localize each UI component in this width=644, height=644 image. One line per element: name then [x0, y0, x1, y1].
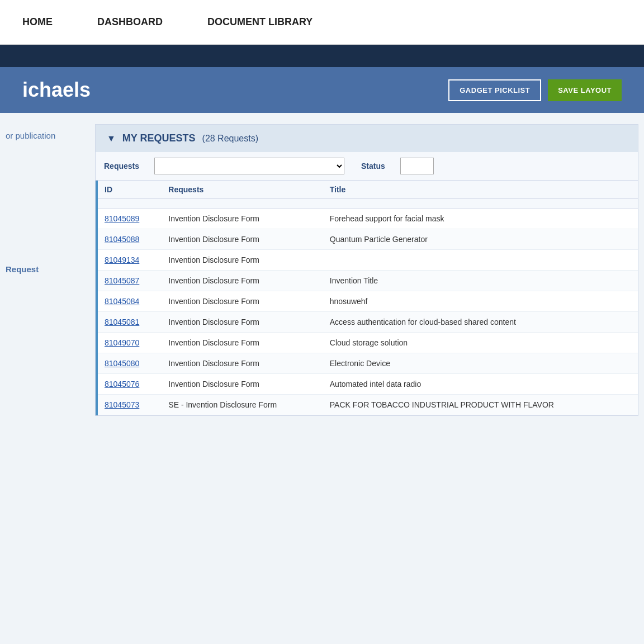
cell-requests: Invention Disclosure Form	[162, 271, 323, 291]
request-id-link[interactable]: 81045073	[105, 400, 139, 409]
cell-requests: Invention Disclosure Form	[162, 312, 323, 333]
cell-id: 81049134	[98, 250, 162, 271]
table-row: 81045088Invention Disclosure FormQuantum…	[98, 229, 638, 250]
nav-document-library[interactable]: DOCUMENT LIBRARY	[207, 16, 312, 28]
col-header-id: ID	[98, 181, 162, 199]
cell-id: 81045081	[98, 312, 162, 333]
header-buttons: GADGET PICKLIST SAVE LAYOUT	[448, 79, 622, 101]
cell-id: 81045088	[98, 229, 162, 250]
main-content: or publication Request ▼ MY REQUESTS (28…	[0, 113, 644, 427]
table-row: 81045089Invention Disclosure FormForehea…	[98, 209, 638, 229]
sidebar-request-link[interactable]: Request	[6, 264, 39, 274]
sidebar-request-section: Request	[0, 264, 95, 274]
col-filter-requests	[162, 199, 323, 209]
cell-title: Electronic Device	[323, 353, 638, 374]
table-row: 81045087Invention Disclosure FormInventi…	[98, 271, 638, 291]
sidebar-publication-text: or publication	[6, 131, 55, 140]
nav-dashboard[interactable]: DASHBOARD	[97, 16, 163, 28]
table-row: 81045076Invention Disclosure FormAutomat…	[98, 374, 638, 395]
request-id-link[interactable]: 81045080	[105, 359, 139, 368]
dashboard-header: ichaels GADGET PICKLIST SAVE LAYOUT	[0, 67, 644, 113]
cell-title: PACK FOR TOBACCO INDUSTRIAL PRODUCT WITH…	[323, 395, 638, 415]
cell-title	[323, 250, 638, 271]
requests-gadget: ▼ MY REQUESTS (28 Requests) Requests Sta…	[95, 124, 638, 416]
gadget-header: ▼ MY REQUESTS (28 Requests)	[96, 125, 638, 152]
gadget-picklist-button[interactable]: GADGET PICKLIST	[448, 79, 541, 101]
cell-requests: Invention Disclosure Form	[162, 333, 323, 353]
filter-row: Requests Status	[96, 152, 638, 181]
filter-status-input[interactable]	[400, 158, 434, 174]
cell-title: Quantum Particle Generator	[323, 229, 638, 250]
request-id-link[interactable]: 81049070	[105, 338, 139, 347]
nav-home[interactable]: HOME	[22, 16, 53, 28]
col-filter-id	[98, 199, 162, 209]
cell-title: hnosuwehf	[323, 291, 638, 312]
gadget-count: (28 Requests)	[202, 134, 259, 144]
collapse-arrow-icon[interactable]: ▼	[107, 134, 116, 144]
requests-table: ID Requests Title 81045089Invention Disc…	[98, 181, 638, 415]
sidebar-publication-section: or publication	[0, 130, 95, 141]
cell-title: Forehead support for facial mask	[323, 209, 638, 229]
table-header-row: ID Requests Title	[98, 181, 638, 199]
cell-title: Invention Title	[323, 271, 638, 291]
table-filter-row	[98, 199, 638, 209]
request-id-link[interactable]: 81045084	[105, 297, 139, 306]
table-row: 81045073SE - Invention Disclosure FormPA…	[98, 395, 638, 415]
filter-requests-select[interactable]	[154, 158, 344, 174]
col-header-title: Title	[323, 181, 638, 199]
request-id-link[interactable]: 81045076	[105, 380, 139, 389]
cell-id: 81045089	[98, 209, 162, 229]
cell-requests: Invention Disclosure Form	[162, 250, 323, 271]
cell-requests: Invention Disclosure Form	[162, 209, 323, 229]
cell-id: 81045073	[98, 395, 162, 415]
save-layout-button[interactable]: SAVE LAYOUT	[548, 79, 622, 101]
cell-requests: Invention Disclosure Form	[162, 291, 323, 312]
cell-id: 81049070	[98, 333, 162, 353]
table-row: 81049070Invention Disclosure FormCloud s…	[98, 333, 638, 353]
request-id-link[interactable]: 81045088	[105, 235, 139, 244]
sidebar: or publication Request	[0, 124, 95, 416]
filter-requests-label: Requests	[104, 162, 149, 171]
page-title: ichaels	[22, 78, 91, 102]
request-id-link[interactable]: 81045081	[105, 318, 139, 326]
request-id-link[interactable]: 81049134	[105, 255, 139, 264]
cell-requests: SE - Invention Disclosure Form	[162, 395, 323, 415]
dark-bar	[0, 45, 644, 67]
col-header-requests: Requests	[162, 181, 323, 199]
table-row: 81045084Invention Disclosure Formhnosuwe…	[98, 291, 638, 312]
gadget-body: ID Requests Title 81045089Invention Disc…	[96, 181, 638, 415]
cell-id: 81045087	[98, 271, 162, 291]
cell-id: 81045084	[98, 291, 162, 312]
cell-requests: Invention Disclosure Form	[162, 374, 323, 395]
cell-title: Cloud storage solution	[323, 333, 638, 353]
cell-title: Access authentication for cloud-based sh…	[323, 312, 638, 333]
cell-title: Automated intel data radio	[323, 374, 638, 395]
col-filter-title	[323, 199, 638, 209]
table-row: 81045080Invention Disclosure FormElectro…	[98, 353, 638, 374]
gadget-title: MY REQUESTS	[122, 132, 196, 144]
top-nav: HOME DASHBOARD DOCUMENT LIBRARY	[0, 0, 644, 45]
cell-requests: Invention Disclosure Form	[162, 353, 323, 374]
table-row: 81045081Invention Disclosure FormAccess …	[98, 312, 638, 333]
request-id-link[interactable]: 81045087	[105, 276, 139, 285]
cell-id: 81045076	[98, 374, 162, 395]
filter-status-label: Status	[361, 162, 395, 171]
table-body: 81045089Invention Disclosure FormForehea…	[98, 209, 638, 415]
request-id-link[interactable]: 81045089	[105, 214, 139, 223]
cell-requests: Invention Disclosure Form	[162, 229, 323, 250]
cell-id: 81045080	[98, 353, 162, 374]
table-row: 81049134Invention Disclosure Form	[98, 250, 638, 271]
